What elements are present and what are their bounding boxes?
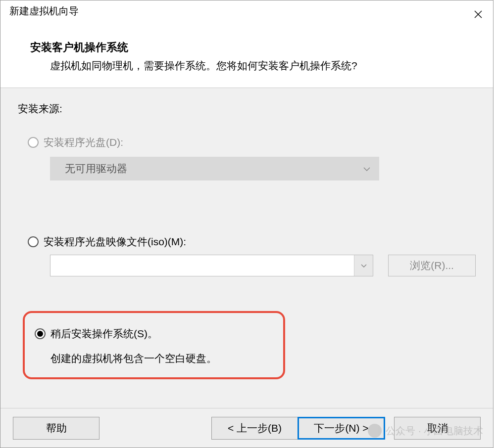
watermark-text: 公众号 · 小白电脑技术 (386, 424, 483, 438)
radio-iso-circle (28, 236, 39, 247)
header-subtitle: 虚拟机如同物理机，需要操作系统。您将如何安装客户机操作系统? (50, 59, 463, 73)
dialog-title: 新建虚拟机向导 (9, 4, 79, 18)
chevron-down-icon (363, 165, 370, 173)
title-bar: 新建虚拟机向导 (0, 0, 493, 25)
radio-option-disc: 安装程序光盘(D): (28, 135, 476, 149)
radio-later-label: 稍后安装操作系统(S)。 (50, 327, 158, 341)
disc-dropdown-text: 无可用驱动器 (65, 162, 127, 176)
close-button[interactable] (463, 4, 493, 24)
watermark: 公众号 · 小白电脑技术 (368, 424, 483, 438)
install-later-description: 创建的虚拟机将包含一个空白硬盘。 (50, 352, 273, 365)
install-source-label: 安装来源: (18, 102, 476, 116)
content-area: 安装来源: 安装程序光盘(D): 无可用驱动器 安装程序光盘映像文件(iso)(… (0, 88, 493, 408)
radio-disc-label: 安装程序光盘(D): (44, 135, 123, 149)
new-vm-wizard-dialog: 新建虚拟机向导 安装客户机操作系统 虚拟机如同物理机，需要操作系统。您将如何安装… (0, 0, 494, 448)
previous-button[interactable]: < 上一步(B) (211, 417, 298, 440)
radio-later-circle (35, 328, 46, 339)
header-title: 安装客户机操作系统 (30, 40, 463, 55)
help-button[interactable]: 帮助 (13, 417, 99, 440)
radio-disc-circle (28, 137, 39, 148)
header-section: 安装客户机操作系统 虚拟机如同物理机，需要操作系统。您将如何安装客户机操作系统? (0, 25, 493, 88)
highlight-annotation-box: 稍后安装操作系统(S)。 创建的虚拟机将包含一个空白硬盘。 (23, 311, 285, 379)
close-icon (474, 10, 483, 19)
disc-drive-dropdown: 无可用驱动器 (50, 157, 379, 180)
chevron-down-icon (361, 264, 367, 268)
radio-iso-label: 安装程序光盘映像文件(iso)(M): (44, 235, 186, 249)
iso-combo-dropdown-button[interactable] (354, 255, 373, 276)
wechat-icon (368, 424, 382, 438)
radio-option-iso[interactable]: 安装程序光盘映像文件(iso)(M): (28, 235, 476, 249)
iso-path-combobox[interactable] (50, 255, 373, 276)
radio-option-install-later[interactable]: 稍后安装操作系统(S)。 (35, 327, 273, 341)
browse-button[interactable]: 浏览(R)... (388, 255, 476, 276)
